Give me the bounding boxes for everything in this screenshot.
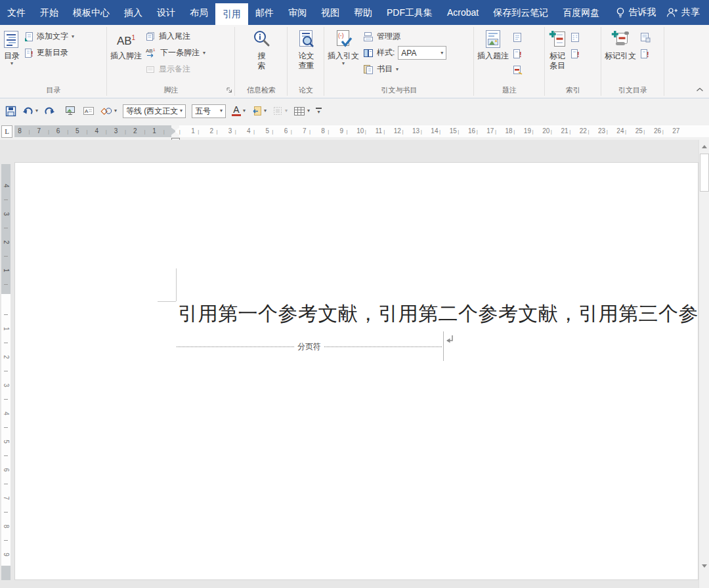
document-area: 4321123456789 引用第一个参考文献，引用第二个参考文献，引用第三个参… [0, 140, 709, 588]
undo-button[interactable]: ▾ [22, 106, 38, 116]
redo-button[interactable] [44, 106, 55, 116]
tab-file[interactable]: 文件 [0, 0, 33, 25]
paper-check-button[interactable]: 论文 查重 [295, 27, 318, 72]
ruler-number: 5 [262, 127, 272, 136]
tab-layout[interactable]: 布局 [183, 0, 215, 25]
ruler-tick: | [328, 128, 329, 135]
ruler-number: 5 [72, 127, 83, 136]
screenshot-button[interactable] [65, 106, 77, 116]
scrollbar-down-button[interactable] [699, 560, 709, 572]
insert-table-of-authorities-icon [640, 32, 651, 43]
manage-sources-button[interactable]: 管理源 [360, 28, 449, 45]
share-button[interactable]: 共享 [666, 7, 709, 18]
table-button[interactable]: ▾ [293, 106, 310, 116]
tab-mailings[interactable]: 邮件 [248, 0, 281, 25]
autotext-button[interactable]: A [83, 106, 95, 116]
document-text[interactable]: 引用第一个参考文献，引用第二个参考文献，引用第三个参考 [178, 301, 698, 327]
ruler-number: 8 [14, 127, 25, 136]
ruler-number: 3 [225, 127, 236, 136]
font-color-icon: A [232, 106, 241, 116]
vruler-bottom-margin-segment [1, 566, 11, 580]
save-button[interactable] [5, 106, 16, 117]
ruler-number: 25 [634, 127, 644, 136]
lightbulb-icon [616, 7, 625, 19]
bibliography-button[interactable]: 书目 ▾ [360, 61, 449, 77]
tab-review[interactable]: 审阅 [281, 0, 314, 25]
ruler-number: 6 [281, 127, 291, 136]
chevron-down-icon: ▾ [264, 108, 267, 114]
tab-acrobat[interactable]: Acrobat [440, 0, 486, 25]
collapse-ribbon-button[interactable] [696, 83, 704, 94]
group-label-footnotes: 脚注 [107, 85, 235, 98]
shapes-button[interactable]: ▾ [100, 106, 117, 116]
footnotes-dialog-launcher[interactable] [226, 87, 233, 96]
tab-stop-selector[interactable]: L [1, 125, 12, 138]
update-index-icon: ! [570, 49, 580, 59]
ruler-tick: | [235, 128, 236, 135]
font-size-select[interactable]: 五号 ▾ [192, 104, 226, 118]
tab-references[interactable]: 引用 [215, 3, 248, 25]
insert-index-button[interactable] [568, 29, 583, 45]
insert-table-of-figures-button[interactable] [510, 29, 525, 45]
share-person-icon [666, 7, 678, 18]
tab-template-center[interactable]: 模板中心 [66, 0, 117, 25]
mark-entry-button[interactable]: 标记 条目 [547, 27, 568, 72]
ruler-number: 7 [33, 127, 44, 136]
indent-button[interactable]: ▾ [251, 106, 267, 116]
tab-design[interactable]: 设计 [150, 0, 183, 25]
ruler-number: 19 [522, 127, 532, 136]
ruler-tick [4, 455, 8, 456]
horizontal-ruler[interactable]: 8|7|6|5|4|3|2|1||1|2|3|4|5|6|7|8|9|10|11… [14, 125, 709, 137]
vertical-scrollbar[interactable] [698, 140, 709, 588]
cross-reference-button[interactable] [510, 62, 525, 78]
font-name-select[interactable]: 等线 (西文正文 ▾ [123, 104, 186, 118]
insert-citation-icon: (-) [333, 28, 353, 51]
add-text-button[interactable]: 添加文字 ▾ [22, 28, 77, 45]
insert-citation-button[interactable]: (-) 插入引文 ▾ [326, 27, 360, 67]
add-text-icon [24, 32, 33, 42]
text-boundary-mark-vertical [176, 268, 177, 301]
mark-citation-button[interactable]: 标记引文 [603, 27, 637, 62]
search-button[interactable]: 搜 索 [251, 27, 273, 72]
ruler-tick: | [216, 128, 217, 135]
next-footnote-button[interactable]: AB1 下一条脚注 ▾ [143, 45, 208, 61]
ruler-number: 9 [336, 127, 347, 136]
insert-footnote-button[interactable]: AB1 插入脚注 [109, 27, 143, 62]
paper-check-label-line2: 查重 [299, 61, 314, 71]
chevron-down-icon: ▾ [318, 110, 320, 115]
font-color-button[interactable]: A ▾ [232, 106, 246, 116]
insert-table-of-authorities-button[interactable] [637, 29, 653, 45]
page-break-label: 分页符 [294, 341, 324, 352]
insert-endnote-button[interactable]: 插入尾注 [143, 28, 208, 45]
chevron-down-icon[interactable]: ▾ [35, 108, 38, 114]
tab-save-to-cloud-notes[interactable]: 保存到云笔记 [486, 0, 555, 25]
tab-help[interactable]: 帮助 [347, 0, 379, 25]
ruler-tick: | [253, 128, 255, 135]
scrollbar-thumb[interactable] [700, 154, 709, 192]
update-toc-button[interactable]: ! 更新目录 [22, 45, 77, 61]
citation-style-select[interactable]: APA ▾ [398, 46, 446, 60]
insert-index-icon [570, 32, 580, 43]
svg-text:!: ! [519, 51, 522, 58]
document-page[interactable]: 引用第一个参考文献，引用第二个参考文献，引用第三个参考 分页符 [14, 162, 698, 580]
tab-view[interactable]: 视图 [314, 0, 347, 25]
tab-baidu-netdisk[interactable]: 百度网盘 [555, 0, 607, 25]
chevron-down-icon: ▾ [220, 108, 223, 114]
chevron-down-icon: ▾ [307, 108, 310, 114]
scrollbar-up-button[interactable] [699, 141, 709, 152]
toc-button[interactable]: 目录 ▾ [2, 27, 22, 67]
svg-text:!: ! [31, 50, 33, 58]
update-table-of-authorities-button[interactable]: ! [637, 45, 653, 62]
tell-me-button[interactable]: 告诉我 [616, 7, 656, 19]
vertical-ruler[interactable]: 4321123456789 [1, 162, 11, 580]
ruler-tick [4, 256, 8, 257]
ruler-number: 24 [615, 127, 626, 136]
qat-overflow-button[interactable]: ▾ [316, 108, 322, 115]
insert-caption-button[interactable]: 插入题注 [476, 27, 510, 62]
update-table-of-figures-button[interactable]: ! [510, 45, 525, 62]
update-index-button[interactable]: ! [568, 45, 583, 62]
ruler-tick: | [48, 128, 49, 135]
tab-home[interactable]: 开始 [33, 0, 66, 25]
tab-insert[interactable]: 插入 [117, 0, 150, 25]
tab-pdf-tools[interactable]: PDF工具集 [379, 0, 440, 25]
